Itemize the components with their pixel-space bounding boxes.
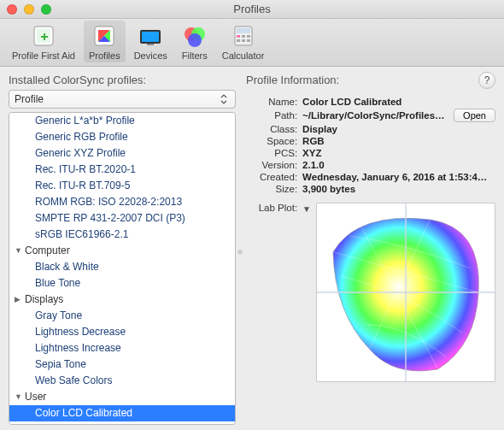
svg-rect-13 bbox=[247, 35, 250, 38]
group-label: User bbox=[25, 391, 46, 403]
item-label: ROMM RGB: ISO 22028-2:2013 bbox=[35, 196, 182, 208]
labplot-disclosure-icon[interactable]: ▼ bbox=[302, 203, 311, 214]
svg-point-8 bbox=[188, 33, 202, 47]
toolbar-icon bbox=[230, 22, 257, 50]
profile-item[interactable]: Gray Tone bbox=[9, 308, 235, 324]
toolbar-calculator[interactable]: Calculator bbox=[217, 21, 270, 62]
toolbar-profile-first-aid[interactable]: Profile First Aid bbox=[7, 21, 80, 62]
label-path: Path: bbox=[246, 110, 297, 121]
toolbar-devices[interactable]: Devices bbox=[129, 21, 173, 62]
profile-item[interactable]: Sepia Tone bbox=[9, 356, 235, 373]
toolbar-icon bbox=[137, 22, 164, 50]
value-pcs: XYZ bbox=[302, 148, 495, 158]
chevron-updown-icon bbox=[218, 94, 230, 104]
profiles-list[interactable]: Generic L*a*b* ProfileGeneric RGB Profil… bbox=[9, 112, 236, 425]
profile-item[interactable]: Rec. ITU-R BT.709-5 bbox=[9, 178, 235, 194]
profile-group[interactable]: ▼User bbox=[9, 389, 235, 405]
value-version: 2.1.0 bbox=[302, 160, 495, 170]
profile-item[interactable]: SMPTE RP 431-2-2007 DCI (P3) bbox=[9, 210, 235, 227]
item-label: Lightness Decrease bbox=[35, 326, 126, 338]
disclosure-triangle-icon: ▶ bbox=[15, 423, 23, 425]
profile-group[interactable]: ▶Displays bbox=[9, 292, 235, 308]
profile-item[interactable]: Web Safe Colors bbox=[9, 373, 235, 389]
disclosure-triangle-icon: ▶ bbox=[15, 293, 23, 306]
label-class: Class: bbox=[246, 124, 297, 134]
item-label: Blue Tone bbox=[35, 277, 80, 289]
profile-info-heading: Profile Information: bbox=[246, 74, 495, 86]
label-space: Space: bbox=[246, 136, 297, 146]
svg-rect-16 bbox=[247, 39, 250, 42]
svg-rect-5 bbox=[147, 44, 154, 45]
profile-item[interactable]: ROMM RGB: ISO 22028-2:2013 bbox=[9, 194, 235, 210]
group-label: Displays bbox=[25, 293, 63, 306]
profile-item[interactable]: Lightness Increase bbox=[9, 340, 235, 356]
label-size: Size: bbox=[246, 184, 297, 194]
svg-rect-12 bbox=[242, 35, 245, 38]
profile-sort-combo[interactable]: Profile bbox=[9, 90, 236, 109]
profile-item[interactable]: sRGB IEC61966-2.1 bbox=[9, 227, 235, 243]
toolbar-label: Profiles bbox=[89, 50, 120, 61]
profile-item[interactable]: Lightness Decrease bbox=[9, 324, 235, 340]
profile-item[interactable]: Generic L*a*b* Profile bbox=[9, 113, 235, 129]
group-label: Computer bbox=[25, 244, 70, 257]
toolbar-profiles[interactable]: Profiles bbox=[84, 21, 126, 62]
label-pcs: PCS: bbox=[246, 148, 297, 158]
installed-profiles-heading: Installed ColorSync profiles: bbox=[9, 74, 236, 86]
toolbar-icon bbox=[30, 22, 57, 50]
item-label: Rec. ITU-R BT.2020-1 bbox=[35, 163, 136, 175]
label-created: Created: bbox=[246, 172, 297, 182]
disclosure-triangle-icon: ▼ bbox=[15, 391, 23, 403]
value-name: Color LCD Calibrated bbox=[302, 97, 495, 107]
help-button[interactable]: ? bbox=[478, 72, 495, 89]
profile-info-grid: Name: Color LCD Calibrated Path: ~/Libra… bbox=[246, 97, 495, 194]
svg-rect-4 bbox=[142, 32, 159, 42]
item-label: Gray Tone bbox=[35, 309, 82, 321]
label-name: Name: bbox=[246, 97, 297, 107]
profile-group[interactable]: ▼Computer bbox=[9, 243, 235, 259]
toolbar-label: Profile First Aid bbox=[12, 50, 75, 61]
item-label: Generic L*a*b* Profile bbox=[35, 115, 135, 127]
zoom-icon[interactable] bbox=[41, 4, 51, 15]
lab-plot[interactable] bbox=[316, 203, 495, 382]
profile-item[interactable]: Blue Tone bbox=[9, 275, 235, 292]
item-label: Black & White bbox=[35, 261, 99, 273]
toolbar-icon bbox=[181, 22, 208, 50]
toolbar: Profile First AidProfilesDevicesFiltersC… bbox=[0, 19, 504, 67]
left-panel: Installed ColorSync profiles: Profile Ge… bbox=[9, 74, 236, 425]
close-icon[interactable] bbox=[7, 4, 17, 15]
toolbar-label: Calculator bbox=[222, 50, 265, 61]
open-button[interactable]: Open bbox=[454, 109, 495, 122]
window-title: Profiles bbox=[0, 3, 504, 15]
svg-rect-14 bbox=[237, 39, 240, 42]
profile-item[interactable]: Color LCD Calibrated bbox=[9, 405, 235, 421]
disclosure-triangle-icon: ▼ bbox=[15, 244, 23, 257]
item-label: Web Safe Colors bbox=[35, 374, 113, 386]
item-label: SMPTE RP 431-2-2007 DCI (P3) bbox=[35, 212, 185, 224]
item-label: Lightness Increase bbox=[35, 342, 121, 354]
profile-item[interactable]: Generic XYZ Profile bbox=[9, 145, 235, 162]
titlebar: Profiles bbox=[0, 0, 504, 19]
profile-sort-value: Profile bbox=[15, 93, 44, 105]
toolbar-icon bbox=[91, 22, 118, 50]
value-class: Display bbox=[302, 124, 495, 134]
right-panel: ? Profile Information: Name: Color LCD C… bbox=[239, 74, 495, 425]
item-label: Generic XYZ Profile bbox=[35, 147, 126, 159]
svg-rect-15 bbox=[242, 39, 245, 42]
profile-item[interactable]: Generic RGB Profile bbox=[9, 129, 235, 145]
pane-resize-handle[interactable] bbox=[237, 250, 243, 255]
group-label: Other bbox=[25, 423, 50, 425]
toolbar-label: Devices bbox=[134, 50, 167, 61]
item-label: Sepia Tone bbox=[35, 358, 86, 370]
toolbar-label: Filters bbox=[182, 50, 208, 61]
value-space: RGB bbox=[302, 136, 495, 146]
minimize-icon[interactable] bbox=[24, 4, 34, 15]
value-size: 3,900 bytes bbox=[302, 184, 495, 194]
profile-item[interactable]: Black & White bbox=[9, 259, 235, 275]
svg-rect-10 bbox=[237, 28, 250, 33]
toolbar-filters[interactable]: Filters bbox=[176, 21, 214, 62]
item-label: Rec. ITU-R BT.709-5 bbox=[35, 180, 130, 191]
item-label: sRGB IEC61966-2.1 bbox=[35, 228, 128, 240]
profile-group[interactable]: ▶Other bbox=[9, 421, 235, 425]
label-version: Version: bbox=[246, 160, 297, 170]
profile-item[interactable]: Rec. ITU-R BT.2020-1 bbox=[9, 162, 235, 178]
